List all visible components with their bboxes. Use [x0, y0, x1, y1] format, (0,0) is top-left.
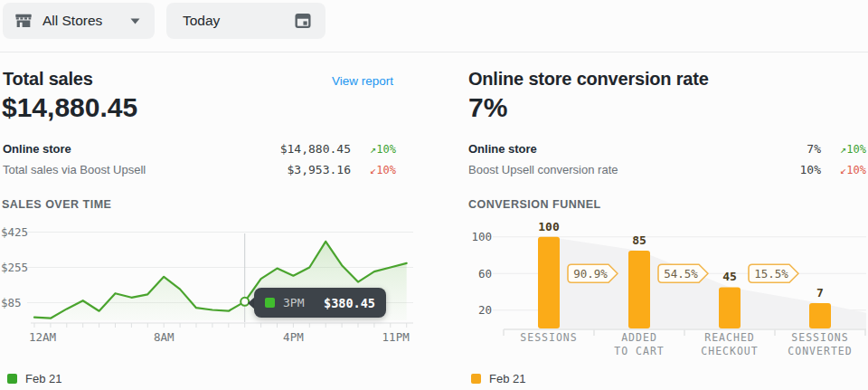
funnel-bar-value: 100 — [538, 220, 560, 233]
y-tick-label: $255 — [1, 261, 28, 274]
chart-tooltip: 3PM $380.45 — [254, 288, 386, 318]
metric-row: Online store 7% ↗10% — [468, 138, 866, 159]
funnel-category-label: TO CART — [614, 345, 664, 357]
conversion-rate-title: Online store conversion rate — [468, 69, 709, 90]
funnel-category-label: CHECKOUT — [701, 345, 758, 357]
tooltip-time-label: 3PM — [283, 296, 304, 309]
y-tick-label: 100 — [471, 230, 492, 243]
legend-swatch-orange — [471, 374, 481, 384]
y-tick-label: $85 — [1, 296, 22, 309]
total-sales-value: $14,880.45 — [2, 92, 137, 123]
date-range-label: Today — [183, 13, 220, 29]
legend-label: Feb 21 — [489, 372, 525, 385]
funnel-bar-value: 45 — [722, 270, 737, 283]
calendar-icon — [293, 11, 313, 31]
metric-change-down: ↙10% — [821, 164, 866, 176]
tooltip-value: $380.45 — [324, 296, 375, 310]
funnel-chart-legend: Feb 21 — [471, 372, 525, 385]
y-tick-label: $425 — [1, 225, 28, 239]
funnel-bar-value: 85 — [632, 233, 646, 247]
analytics-dashboard: All Stores Today Total sales View report… — [0, 0, 868, 390]
funnel-bar[interactable] — [628, 251, 650, 328]
funnel-category-label: CONVERTED — [788, 345, 852, 357]
topbar-divider — [0, 52, 868, 52]
metric-change-up: ↗10% — [351, 143, 396, 156]
store-selector-label: All Stores — [42, 13, 102, 29]
metric-value: $14,880.45 — [280, 142, 351, 156]
funnel-bar[interactable] — [538, 237, 560, 328]
funnel-category-label: SESSIONS — [520, 331, 577, 344]
metric-change-up: ↗10% — [821, 143, 866, 156]
sales-over-time-header: SALES OVER TIME — [2, 198, 111, 211]
conversion-breakdown: Online store 7% ↗10% Boost Upsell conver… — [468, 138, 866, 180]
metric-row: Total sales via Boost Upsell $3,953.16 ↙… — [3, 159, 396, 180]
metric-label: Online store — [3, 142, 71, 156]
funnel-step-percent: 54.5% — [664, 267, 698, 281]
y-tick-label: 20 — [478, 303, 492, 317]
y-tick-label: 60 — [478, 267, 492, 281]
tooltip-series-swatch — [265, 298, 275, 308]
metric-label: Total sales via Boost Upsell — [3, 163, 146, 176]
metric-value: 10% — [800, 163, 821, 176]
metric-change-down: ↙10% — [351, 164, 396, 176]
metric-value: $3,953.16 — [288, 163, 351, 176]
funnel-bar[interactable] — [809, 303, 831, 328]
chevron-down-icon — [130, 18, 140, 24]
x-tick-label: 12AM — [29, 330, 56, 344]
funnel-bar-value: 7 — [816, 286, 824, 300]
total-sales-breakdown: Online store $14,880.45 ↗10% Total sales… — [3, 138, 396, 180]
date-range-button[interactable]: Today — [166, 3, 326, 39]
legend-label: Feb 21 — [25, 372, 61, 385]
view-report-link[interactable]: View report — [332, 74, 393, 88]
funnel-category-label: SESSIONS — [791, 331, 848, 344]
metric-value: 7% — [807, 142, 821, 156]
conversion-funnel-chart[interactable]: 10060201008545790.9%54.5%15.5%SESSIONSAD… — [468, 217, 868, 369]
storefront-icon — [14, 11, 33, 31]
x-tick-label: 11PM — [382, 330, 410, 344]
x-tick-label: 8AM — [154, 330, 175, 344]
funnel-bar[interactable] — [719, 287, 741, 328]
metric-row: Online store $14,880.45 ↗10% — [3, 138, 396, 159]
metric-label: Boost Upsell conversion rate — [468, 163, 618, 176]
legend-swatch-green — [7, 374, 17, 384]
x-tick-label: 4PM — [283, 330, 304, 344]
conversion-rate-value: 7% — [468, 92, 507, 123]
funnel-step-percent: 90.9% — [573, 267, 608, 281]
funnel-step-percent: 15.5% — [754, 267, 788, 281]
conversion-funnel-header: CONVERSION FUNNEL — [468, 198, 601, 211]
sales-chart-legend: Feb 21 — [7, 372, 61, 385]
metric-label: Online store — [468, 142, 537, 156]
funnel-category-label: ADDED — [621, 331, 657, 344]
total-sales-title: Total sales — [3, 69, 93, 90]
funnel-category-label: REACHED — [704, 331, 754, 344]
store-selector-button[interactable]: All Stores — [3, 3, 155, 39]
metric-row: Boost Upsell conversion rate 10% ↙10% — [468, 159, 866, 180]
